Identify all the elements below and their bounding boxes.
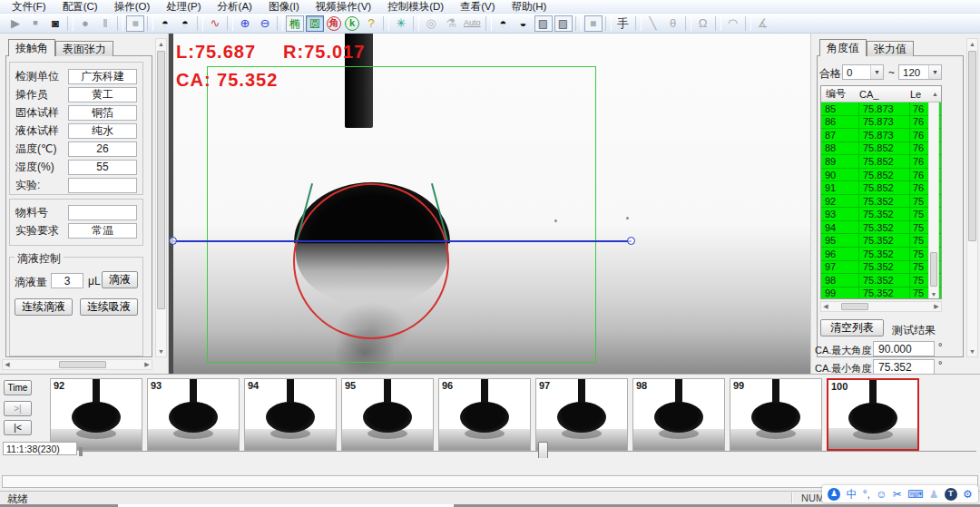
minus-circle-icon[interactable]: ⊖	[255, 15, 275, 32]
left-panel-vscrollbar[interactable]: ▲ ▼	[155, 38, 167, 357]
table-row[interactable]: 87 75.873 76	[821, 129, 941, 142]
settings-gear-icon[interactable]: ⚙	[963, 489, 973, 500]
table-row[interactable]: 97 75.352 75	[821, 261, 941, 275]
angle-arc-icon[interactable]: ∡	[753, 15, 773, 32]
temperature-field[interactable]: 26	[68, 141, 137, 157]
circle-fit-icon[interactable]: 圆	[306, 15, 324, 32]
line-tool-icon[interactable]: ╲	[643, 15, 663, 32]
material-no-field[interactable]	[68, 205, 137, 220]
keyboard-icon[interactable]: ⌨	[907, 489, 923, 500]
angle-fit-icon[interactable]: 角	[327, 16, 341, 31]
table-row[interactable]: 96 75.352 75	[821, 248, 941, 261]
chevron-down-icon[interactable]: ▼	[870, 65, 883, 79]
k-tool-icon[interactable]: k	[345, 16, 359, 31]
punctuation-icon[interactable]: °,	[863, 489, 870, 500]
solid-sample-field[interactable]: 铜箔	[68, 105, 137, 121]
drop-outline-icon[interactable]: Ω	[693, 15, 713, 32]
table-row[interactable]: 85 75.873 76	[821, 102, 941, 116]
detect-unit-field[interactable]: 广东科建	[68, 69, 137, 84]
table-row[interactable]: 89 75.852 76	[821, 155, 941, 169]
drop-volume-input[interactable]: 3	[51, 273, 83, 288]
pause-icon[interactable]: ‖	[95, 15, 115, 32]
help-menu[interactable]: 帮助(H)	[503, 0, 554, 14]
table-row[interactable]: 92 75.352 75	[821, 195, 941, 209]
baseline-left-handle[interactable]	[169, 237, 177, 245]
analysis-menu[interactable]: 分析(A)	[210, 0, 260, 14]
next-frame-button[interactable]: >|	[4, 401, 32, 416]
config-menu[interactable]: 配置(C)	[54, 0, 106, 14]
chinese-mode-icon[interactable]: 中	[846, 489, 857, 500]
pass-range-to-select[interactable]: 120▼	[898, 64, 942, 80]
frame-thumbnail[interactable]: 100	[827, 378, 919, 451]
first-frame-button[interactable]: |<	[4, 420, 32, 435]
continuous-suck-button[interactable]: 连续吸液	[80, 298, 138, 316]
frame-thumbnail[interactable]: 93	[147, 378, 240, 451]
table-row[interactable]: 94 75.352 75	[821, 221, 941, 235]
process-menu[interactable]: 处理(P)	[158, 0, 209, 14]
table-hscrollbar[interactable]: ◀ ▶	[820, 301, 942, 312]
tab-tension-values[interactable]: 张力值	[867, 41, 914, 56]
frame-thumbnail[interactable]: 98	[632, 378, 725, 451]
camera-icon[interactable]: ◙	[45, 15, 65, 32]
chevron-down-icon[interactable]: ▼	[928, 65, 941, 79]
play-icon[interactable]: ▶	[5, 15, 25, 32]
ca-min-input[interactable]: 75.352	[873, 359, 935, 375]
time-mode-button[interactable]: Time	[4, 380, 32, 395]
drop-profile2-icon[interactable]: ◓	[175, 15, 195, 32]
experiment-field[interactable]	[68, 178, 137, 193]
continuous-drop-button[interactable]: 连续滴液	[15, 298, 73, 316]
tab-surface-tension[interactable]: 表面张力	[55, 41, 113, 56]
report-chart-icon[interactable]: ▨	[534, 15, 553, 32]
drop-profile-icon[interactable]: ◓	[155, 15, 175, 32]
auto-icon[interactable]: Auto	[461, 15, 484, 32]
report-chart2-icon[interactable]: ▨	[554, 15, 573, 32]
image-menu[interactable]: 图像(I)	[260, 0, 308, 14]
ime-logo-icon[interactable]: ♟	[828, 488, 840, 501]
theta-tool-icon[interactable]: θ	[663, 15, 683, 32]
dome-icon[interactable]: ◓	[494, 15, 514, 32]
tab-angle-values[interactable]: 角度值	[819, 39, 867, 56]
help-icon[interactable]: ?	[361, 15, 381, 32]
table-row[interactable]: 93 75.352 75	[821, 208, 941, 221]
table-vscrollbar[interactable]: ▼	[928, 102, 939, 299]
crosshair-circle-icon[interactable]: ⊕	[235, 15, 255, 32]
snowflake-icon[interactable]: ✳	[391, 15, 411, 32]
table-row[interactable]: 86 75.873 76	[821, 116, 941, 130]
experiment-req-field[interactable]: 常温	[68, 223, 137, 239]
ring-icon[interactable]: ◎	[421, 15, 441, 32]
clear-list-button[interactable]: 清空列表	[820, 319, 884, 336]
file-menu[interactable]: 文件(F)	[4, 0, 54, 14]
view-menu[interactable]: 查看(V)	[452, 0, 503, 14]
right-panel-vscrollbar[interactable]: ▲ ▼	[966, 38, 978, 357]
liquid-sample-field[interactable]: 纯水	[68, 123, 137, 139]
ca-max-input[interactable]: 90.000	[873, 341, 935, 356]
ellipse-fit-icon[interactable]: 椭	[286, 15, 304, 32]
operation-menu[interactable]: 操作(O)	[106, 0, 159, 14]
table-row[interactable]: 88 75.852 76	[821, 142, 941, 156]
frame-thumbnail[interactable]: 94	[244, 378, 337, 451]
table-row[interactable]: 99 75.352 75	[821, 288, 941, 299]
video-ops-menu[interactable]: 视频操作(V)	[308, 0, 379, 14]
curve-icon[interactable]: ∿	[205, 15, 225, 32]
frame-thumbnail[interactable]: 92	[50, 378, 142, 451]
video-view[interactable]: L:75.687R:75.017 CA: 75.352	[169, 34, 810, 374]
person-icon[interactable]: ♟	[929, 489, 939, 500]
emoji-icon[interactable]: ☺	[876, 489, 887, 500]
col-header-ca[interactable]: CA_	[859, 89, 910, 100]
stop-icon[interactable]: ■	[25, 15, 45, 32]
skin-icon[interactable]: T	[945, 488, 957, 501]
flask-icon[interactable]: ⚗	[441, 15, 461, 32]
drop-button[interactable]: 滴液	[102, 271, 138, 288]
arc-tool-icon[interactable]: ◠	[723, 15, 743, 32]
scissors-icon[interactable]: ✂	[893, 489, 902, 500]
timeline-track[interactable]	[82, 451, 976, 452]
dome-crossed-icon[interactable]: ◒	[514, 15, 534, 32]
pass-range-from-select[interactable]: 0▼	[842, 64, 884, 80]
roi-rectangle[interactable]	[207, 66, 596, 363]
humidity-field[interactable]: 55	[68, 160, 137, 175]
col-header-id[interactable]: 编号	[821, 87, 859, 101]
capture-frame-icon[interactable]: ■	[126, 15, 144, 32]
table-row[interactable]: 95 75.352 75	[821, 234, 941, 248]
table-row[interactable]: 91 75.852 76	[821, 181, 941, 195]
frame-thumbnail[interactable]: 96	[438, 378, 531, 451]
